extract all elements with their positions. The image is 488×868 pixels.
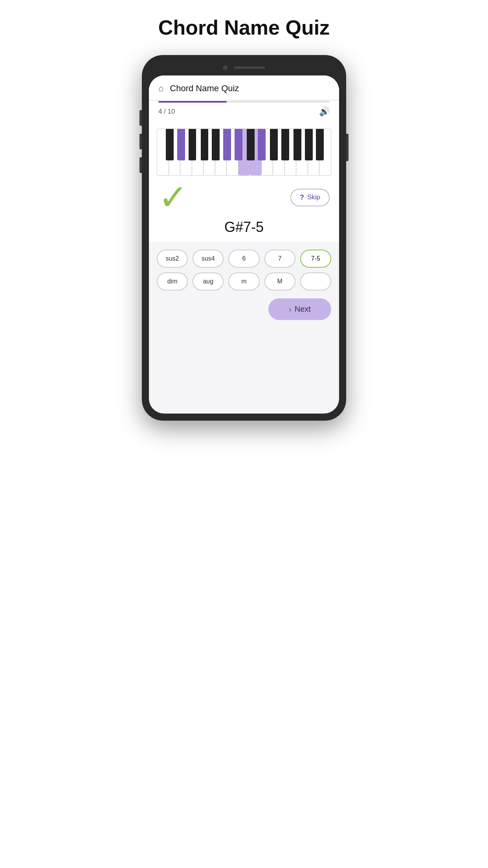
quiz-counter: 4 / 10	[158, 108, 175, 116]
page-title: Chord Name Quiz	[158, 16, 330, 39]
answer-grid: sus2 sus4 6 7 7-5 dim aug m M	[149, 242, 339, 294]
answer-sus2[interactable]: sus2	[157, 250, 188, 268]
phone-shell: ⌂ Chord Name Quiz 4 / 10 🔊	[142, 55, 346, 421]
white-key-11[interactable]	[273, 129, 285, 175]
white-key-14[interactable]	[308, 129, 320, 175]
correct-checkmark: ✓	[158, 180, 188, 215]
front-camera	[223, 65, 227, 70]
home-icon[interactable]: ⌂	[158, 83, 163, 94]
white-key-5[interactable]	[204, 129, 215, 175]
answer-7-5[interactable]: 7-5	[300, 250, 331, 268]
side-button-vol-up	[139, 134, 142, 149]
white-key-7[interactable]	[227, 129, 238, 175]
answer-dim[interactable]: dim	[157, 272, 188, 291]
white-key-10[interactable]	[262, 129, 273, 175]
side-button-mute	[139, 110, 142, 126]
answer-6[interactable]: 6	[228, 250, 259, 268]
answer-M[interactable]: M	[264, 272, 295, 291]
white-key-4[interactable]	[192, 129, 204, 175]
white-key-1[interactable]	[157, 129, 169, 175]
white-key-2[interactable]	[169, 129, 181, 175]
white-key-9[interactable]	[250, 129, 262, 175]
bottom-area: › Next	[149, 294, 339, 329]
sound-icon[interactable]: 🔊	[319, 107, 330, 117]
feedback-area: ✓ ? Skip	[149, 176, 339, 215]
app-header-title: Chord Name Quiz	[170, 83, 239, 94]
piano-container	[149, 121, 339, 176]
app-header: ⌂ Chord Name Quiz	[149, 75, 339, 100]
white-keys	[157, 129, 331, 175]
skip-button[interactable]: ? Skip	[290, 189, 330, 206]
answer-m[interactable]: m	[228, 272, 259, 291]
next-button[interactable]: › Next	[268, 298, 331, 320]
skip-label: Skip	[307, 193, 320, 201]
earpiece	[234, 66, 265, 69]
white-key-12[interactable]	[285, 129, 297, 175]
answer-aug[interactable]: aug	[193, 272, 224, 291]
phone-top-bar	[149, 62, 339, 75]
answer-sus4[interactable]: sus4	[193, 250, 224, 268]
question-mark-icon: ?	[300, 193, 304, 202]
white-key-8[interactable]	[238, 129, 250, 175]
chevron-right-icon: ›	[289, 305, 292, 314]
answer-7[interactable]: 7	[264, 250, 295, 268]
white-key-3[interactable]	[180, 129, 192, 175]
side-button-vol-down	[139, 157, 142, 173]
white-key-15[interactable]	[319, 129, 331, 175]
white-key-6[interactable]	[215, 129, 227, 175]
next-label: Next	[295, 305, 311, 314]
chord-name-display: G#7-5	[149, 215, 339, 242]
answer-empty[interactable]	[300, 272, 331, 291]
white-key-13[interactable]	[296, 129, 308, 175]
quiz-meta: 4 / 10 🔊	[149, 103, 339, 121]
side-button-power	[346, 134, 349, 161]
phone-screen: ⌂ Chord Name Quiz 4 / 10 🔊	[149, 75, 339, 414]
piano	[157, 129, 331, 176]
